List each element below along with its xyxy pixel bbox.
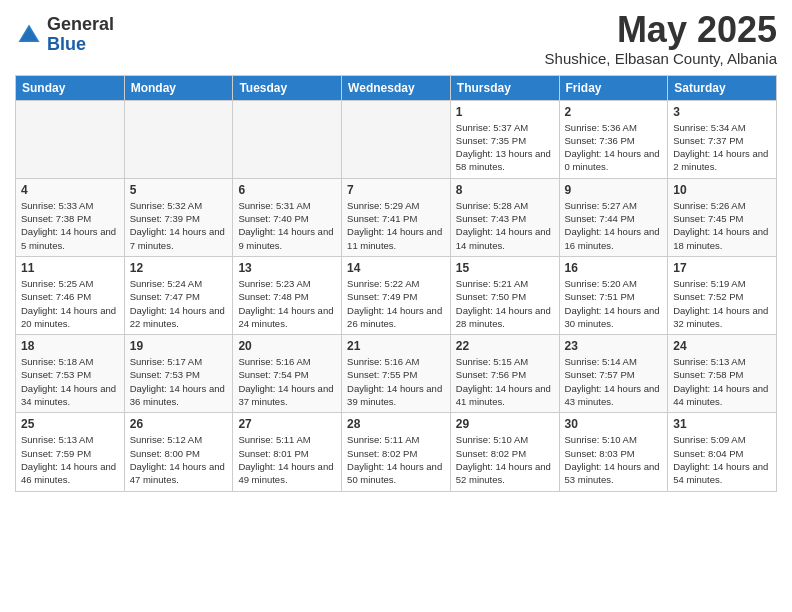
day-info: Sunrise: 5:26 AMSunset: 7:45 PMDaylight:… bbox=[673, 199, 771, 252]
calendar-cell: 18Sunrise: 5:18 AMSunset: 7:53 PMDayligh… bbox=[16, 335, 125, 413]
calendar-cell: 16Sunrise: 5:20 AMSunset: 7:51 PMDayligh… bbox=[559, 256, 668, 334]
calendar-cell: 2Sunrise: 5:36 AMSunset: 7:36 PMDaylight… bbox=[559, 100, 668, 178]
day-info: Sunrise: 5:10 AMSunset: 8:03 PMDaylight:… bbox=[565, 433, 663, 486]
calendar-cell: 9Sunrise: 5:27 AMSunset: 7:44 PMDaylight… bbox=[559, 178, 668, 256]
day-number: 7 bbox=[347, 183, 445, 197]
calendar-cell: 19Sunrise: 5:17 AMSunset: 7:53 PMDayligh… bbox=[124, 335, 233, 413]
calendar-header-row: SundayMondayTuesdayWednesdayThursdayFrid… bbox=[16, 75, 777, 100]
month-title: May 2025 bbox=[545, 10, 777, 50]
calendar-cell: 22Sunrise: 5:15 AMSunset: 7:56 PMDayligh… bbox=[450, 335, 559, 413]
calendar-cell: 12Sunrise: 5:24 AMSunset: 7:47 PMDayligh… bbox=[124, 256, 233, 334]
calendar-cell bbox=[16, 100, 125, 178]
day-info: Sunrise: 5:17 AMSunset: 7:53 PMDaylight:… bbox=[130, 355, 228, 408]
calendar-cell: 25Sunrise: 5:13 AMSunset: 7:59 PMDayligh… bbox=[16, 413, 125, 491]
column-header-saturday: Saturday bbox=[668, 75, 777, 100]
calendar-cell: 27Sunrise: 5:11 AMSunset: 8:01 PMDayligh… bbox=[233, 413, 342, 491]
day-info: Sunrise: 5:13 AMSunset: 7:58 PMDaylight:… bbox=[673, 355, 771, 408]
day-info: Sunrise: 5:36 AMSunset: 7:36 PMDaylight:… bbox=[565, 121, 663, 174]
day-number: 25 bbox=[21, 417, 119, 431]
day-number: 10 bbox=[673, 183, 771, 197]
day-info: Sunrise: 5:13 AMSunset: 7:59 PMDaylight:… bbox=[21, 433, 119, 486]
calendar-cell: 28Sunrise: 5:11 AMSunset: 8:02 PMDayligh… bbox=[342, 413, 451, 491]
calendar-cell: 30Sunrise: 5:10 AMSunset: 8:03 PMDayligh… bbox=[559, 413, 668, 491]
calendar-table: SundayMondayTuesdayWednesdayThursdayFrid… bbox=[15, 75, 777, 492]
day-info: Sunrise: 5:21 AMSunset: 7:50 PMDaylight:… bbox=[456, 277, 554, 330]
day-number: 26 bbox=[130, 417, 228, 431]
day-number: 22 bbox=[456, 339, 554, 353]
calendar-cell bbox=[233, 100, 342, 178]
calendar-week-3: 11Sunrise: 5:25 AMSunset: 7:46 PMDayligh… bbox=[16, 256, 777, 334]
day-number: 29 bbox=[456, 417, 554, 431]
title-block: May 2025 Shushice, Elbasan County, Alban… bbox=[545, 10, 777, 67]
calendar-cell: 21Sunrise: 5:16 AMSunset: 7:55 PMDayligh… bbox=[342, 335, 451, 413]
day-number: 12 bbox=[130, 261, 228, 275]
calendar-cell: 11Sunrise: 5:25 AMSunset: 7:46 PMDayligh… bbox=[16, 256, 125, 334]
calendar-cell bbox=[342, 100, 451, 178]
calendar-cell: 5Sunrise: 5:32 AMSunset: 7:39 PMDaylight… bbox=[124, 178, 233, 256]
logo: General Blue bbox=[15, 15, 114, 55]
calendar-cell: 14Sunrise: 5:22 AMSunset: 7:49 PMDayligh… bbox=[342, 256, 451, 334]
day-info: Sunrise: 5:25 AMSunset: 7:46 PMDaylight:… bbox=[21, 277, 119, 330]
day-number: 16 bbox=[565, 261, 663, 275]
day-info: Sunrise: 5:12 AMSunset: 8:00 PMDaylight:… bbox=[130, 433, 228, 486]
day-number: 19 bbox=[130, 339, 228, 353]
calendar-cell: 8Sunrise: 5:28 AMSunset: 7:43 PMDaylight… bbox=[450, 178, 559, 256]
calendar-cell: 17Sunrise: 5:19 AMSunset: 7:52 PMDayligh… bbox=[668, 256, 777, 334]
calendar-week-5: 25Sunrise: 5:13 AMSunset: 7:59 PMDayligh… bbox=[16, 413, 777, 491]
calendar-page: General Blue May 2025 Shushice, Elbasan … bbox=[0, 0, 792, 507]
calendar-cell: 10Sunrise: 5:26 AMSunset: 7:45 PMDayligh… bbox=[668, 178, 777, 256]
day-info: Sunrise: 5:18 AMSunset: 7:53 PMDaylight:… bbox=[21, 355, 119, 408]
column-header-thursday: Thursday bbox=[450, 75, 559, 100]
column-header-tuesday: Tuesday bbox=[233, 75, 342, 100]
day-info: Sunrise: 5:23 AMSunset: 7:48 PMDaylight:… bbox=[238, 277, 336, 330]
day-info: Sunrise: 5:20 AMSunset: 7:51 PMDaylight:… bbox=[565, 277, 663, 330]
day-number: 30 bbox=[565, 417, 663, 431]
calendar-week-4: 18Sunrise: 5:18 AMSunset: 7:53 PMDayligh… bbox=[16, 335, 777, 413]
calendar-cell: 20Sunrise: 5:16 AMSunset: 7:54 PMDayligh… bbox=[233, 335, 342, 413]
day-info: Sunrise: 5:10 AMSunset: 8:02 PMDaylight:… bbox=[456, 433, 554, 486]
day-number: 5 bbox=[130, 183, 228, 197]
day-info: Sunrise: 5:31 AMSunset: 7:40 PMDaylight:… bbox=[238, 199, 336, 252]
calendar-cell bbox=[124, 100, 233, 178]
calendar-cell: 23Sunrise: 5:14 AMSunset: 7:57 PMDayligh… bbox=[559, 335, 668, 413]
day-info: Sunrise: 5:16 AMSunset: 7:54 PMDaylight:… bbox=[238, 355, 336, 408]
day-info: Sunrise: 5:16 AMSunset: 7:55 PMDaylight:… bbox=[347, 355, 445, 408]
day-number: 1 bbox=[456, 105, 554, 119]
day-info: Sunrise: 5:28 AMSunset: 7:43 PMDaylight:… bbox=[456, 199, 554, 252]
calendar-cell: 1Sunrise: 5:37 AMSunset: 7:35 PMDaylight… bbox=[450, 100, 559, 178]
calendar-week-1: 1Sunrise: 5:37 AMSunset: 7:35 PMDaylight… bbox=[16, 100, 777, 178]
day-number: 21 bbox=[347, 339, 445, 353]
calendar-cell: 26Sunrise: 5:12 AMSunset: 8:00 PMDayligh… bbox=[124, 413, 233, 491]
calendar-week-2: 4Sunrise: 5:33 AMSunset: 7:38 PMDaylight… bbox=[16, 178, 777, 256]
calendar-cell: 15Sunrise: 5:21 AMSunset: 7:50 PMDayligh… bbox=[450, 256, 559, 334]
calendar-cell: 29Sunrise: 5:10 AMSunset: 8:02 PMDayligh… bbox=[450, 413, 559, 491]
day-info: Sunrise: 5:11 AMSunset: 8:02 PMDaylight:… bbox=[347, 433, 445, 486]
logo-icon bbox=[15, 21, 43, 49]
day-info: Sunrise: 5:11 AMSunset: 8:01 PMDaylight:… bbox=[238, 433, 336, 486]
day-info: Sunrise: 5:34 AMSunset: 7:37 PMDaylight:… bbox=[673, 121, 771, 174]
calendar-cell: 13Sunrise: 5:23 AMSunset: 7:48 PMDayligh… bbox=[233, 256, 342, 334]
day-number: 17 bbox=[673, 261, 771, 275]
day-number: 6 bbox=[238, 183, 336, 197]
day-number: 9 bbox=[565, 183, 663, 197]
calendar-cell: 6Sunrise: 5:31 AMSunset: 7:40 PMDaylight… bbox=[233, 178, 342, 256]
calendar-cell: 3Sunrise: 5:34 AMSunset: 7:37 PMDaylight… bbox=[668, 100, 777, 178]
column-header-sunday: Sunday bbox=[16, 75, 125, 100]
header: General Blue May 2025 Shushice, Elbasan … bbox=[15, 10, 777, 67]
day-number: 14 bbox=[347, 261, 445, 275]
day-info: Sunrise: 5:14 AMSunset: 7:57 PMDaylight:… bbox=[565, 355, 663, 408]
logo-blue-text: Blue bbox=[47, 34, 86, 54]
day-number: 28 bbox=[347, 417, 445, 431]
column-header-wednesday: Wednesday bbox=[342, 75, 451, 100]
day-number: 2 bbox=[565, 105, 663, 119]
location: Shushice, Elbasan County, Albania bbox=[545, 50, 777, 67]
day-number: 31 bbox=[673, 417, 771, 431]
day-number: 20 bbox=[238, 339, 336, 353]
day-info: Sunrise: 5:09 AMSunset: 8:04 PMDaylight:… bbox=[673, 433, 771, 486]
day-number: 3 bbox=[673, 105, 771, 119]
column-header-monday: Monday bbox=[124, 75, 233, 100]
day-info: Sunrise: 5:22 AMSunset: 7:49 PMDaylight:… bbox=[347, 277, 445, 330]
calendar-cell: 7Sunrise: 5:29 AMSunset: 7:41 PMDaylight… bbox=[342, 178, 451, 256]
calendar-cell: 4Sunrise: 5:33 AMSunset: 7:38 PMDaylight… bbox=[16, 178, 125, 256]
day-number: 23 bbox=[565, 339, 663, 353]
